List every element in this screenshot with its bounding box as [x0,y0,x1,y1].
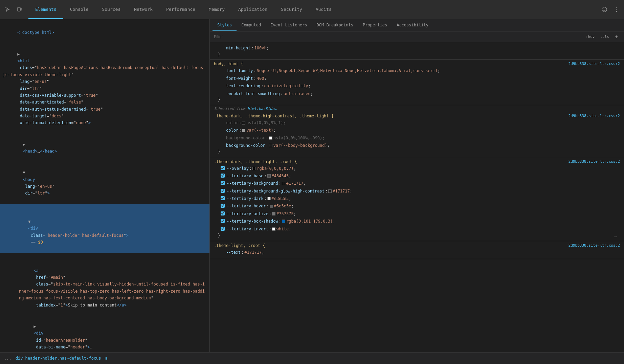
filter-input[interactable] [214,35,584,39]
color-swatch[interactable] [267,197,271,200]
css-props: font-family : Segoe UI,SegoeUI,Segoe WP,… [214,67,620,97]
css-prop-overlay: --overlay : rgba(0,0,0,0.7) ; [215,165,620,172]
css-prop-tertiary-background: --tertiary-background : #171717 ; [215,180,620,187]
tab-network[interactable]: Network [127,0,159,19]
devtools-toolbar: Elements Console Sources Network Perform… [0,0,624,19]
css-close-brace: } [214,97,620,102]
css-prop-tertiary-box-shadow: --tertiary-box-shadow : rgba(0,101,179,0… [215,218,620,225]
more-icon[interactable]: ⋮ [612,5,621,14]
css-close-brace: } [214,52,620,56]
css-prop-font-smoothing: -webkit-font-smoothing : antialiased ; [215,90,620,97]
tab-sources[interactable]: Sources [95,0,127,19]
tab-memory[interactable]: Memory [202,0,231,19]
tab-event-listeners[interactable]: Event Listeners [266,19,312,31]
body-tag[interactable]: ▼ <body lang="en-us" dir="ltr"> [0,162,209,204]
main-content: <!doctype html> ▶ <html class="hasSideba… [0,19,624,352]
css-props: --overlay : rgba(0,0,0,0.7) ; --tertiary… [214,165,620,233]
color-swatch[interactable] [270,205,273,208]
tab-elements[interactable]: Elements [28,0,63,19]
css-rule-minheight: min-height : 100vh ; } [210,42,624,60]
skip-link-tag[interactable]: <a href="#main" class="skip-to-main-link… [0,253,209,316]
css-prop-checkbox[interactable] [221,204,225,208]
tab-console[interactable]: Console [63,0,95,19]
head-tag[interactable]: ▶ <head>…</head> [0,134,209,162]
breadcrumb-item-a[interactable]: a [105,356,108,361]
css-prop-tertiary-base: --tertiary-base : #454545 ; [215,172,620,180]
css-source-link[interactable]: 2d9bb338.site-ltr.css:2 [569,62,620,66]
css-prop-checkbox[interactable] [221,219,225,223]
color-swatch[interactable] [242,129,245,132]
css-close-brace-row: } … [214,233,620,238]
css-prop-tertiary-invert: --tertiary-invert : white ; [215,225,620,233]
tab-styles[interactable]: Styles [213,19,237,31]
css-prop-color-strikethrough: color : hsla(0,0%,9%,1) ; [215,119,620,127]
css-prop-bg: background-color : var(--body-background… [215,142,620,149]
breadcrumb-bar: ... div.header-holder.has-default-focus … [0,352,624,364]
css-props: --text : #171717 ; [214,249,620,256]
css-rule-header: .theme-dark, .theme-high-contrast, .them… [214,114,620,118]
breadcrumb-item-div[interactable]: div.header-holder.has-default-focus [16,356,101,361]
header-holder-tag[interactable]: ● ▼ <div class="header-holder has-defaul… [0,204,209,253]
css-rules-content: min-height : 100vh ; } body, html { 2d9b… [210,42,624,352]
tab-security[interactable]: Security [274,0,309,19]
hov-button[interactable]: :hov [584,34,596,40]
tab-properties[interactable]: Properties [358,19,392,31]
device-icon[interactable] [15,5,24,14]
color-swatch[interactable] [272,227,275,231]
css-prop-checkbox[interactable] [221,174,225,178]
color-swatch[interactable] [269,136,272,140]
html-doctype: <!doctype html> [0,22,209,43]
css-prop-checkbox[interactable] [221,196,225,200]
color-swatch[interactable] [252,167,256,170]
filter-bar: :hov .cls + [210,31,624,42]
tab-audits[interactable]: Audits [309,0,338,19]
css-rule-header: .theme-light, :root { 2d9bb338.site-ltr.… [214,243,620,248]
elements-panel[interactable]: <!doctype html> ▶ <html class="hasSideba… [0,19,210,352]
color-swatch[interactable] [282,220,285,223]
css-rule-theme-light-root: .theme-light, :root { 2d9bb338.site-ltr.… [210,241,624,259]
html-tag[interactable]: ▶ <html class="hasSidebar hasPageActions… [0,43,209,134]
svg-point-3 [603,9,604,9]
tab-performance[interactable]: Performance [159,0,202,19]
css-prop-color: color : var(--text) ; [215,127,620,134]
css-rule-header: body, html { 2d9bb338.site-ltr.css:2 [214,62,620,66]
css-rule-header: .theme-dark, .theme-light, :root { 2d9bb… [214,159,620,164]
color-swatch[interactable] [242,121,245,124]
css-prop-checkbox[interactable] [221,189,225,193]
css-prop-checkbox[interactable] [221,181,225,185]
tab-dom-breakpoints[interactable]: DOM Breakpoints [312,19,358,31]
color-swatch[interactable] [269,144,272,147]
css-prop-tertiary-hover: --tertiary-hover : #5e5e5e ; [215,202,620,210]
css-rule-theme-vars: .theme-dark, .theme-light, :root { 2d9bb… [210,157,624,242]
emoji-icon[interactable] [600,5,609,14]
more-dots[interactable]: … [615,233,617,238]
css-source-link[interactable]: 2d9bb338.site-ltr.css:2 [569,243,620,248]
color-swatch[interactable] [328,189,332,193]
breadcrumb-more[interactable]: ... [4,356,12,361]
css-prop-text-rendering: text-rendering : optimizeLegibility ; [215,82,620,90]
css-prop-tertiary-dark: --tertiary-dark : #e3e3e3 ; [215,195,620,202]
css-prop-checkbox[interactable] [221,211,225,215]
color-swatch[interactable] [267,174,271,178]
css-selector: .theme-dark, .theme-high-contrast, .them… [214,114,334,118]
css-prop-checkbox[interactable] [221,166,225,170]
toolbar-icons [3,5,24,14]
tab-computed[interactable]: Computed [237,19,266,31]
cls-button[interactable]: .cls [599,34,611,40]
add-style-button[interactable]: + [613,33,620,40]
svg-point-4 [605,9,606,9]
css-prop-checkbox[interactable] [221,227,225,231]
css-prop-name: min-height [226,45,250,51]
css-props: color : hsla(0,0%,9%,1) ; color : [214,119,620,150]
header-area-holder-tag[interactable]: ▶ <div id="headerAreaHolder" data-bi-nam… [0,316,209,352]
inherited-label: Inherited from html.hasSide… [210,105,624,112]
css-prop-font-weight: font-weight : 400 ; [215,75,620,82]
css-source-link[interactable]: 2d9bb338.site-ltr.css:2 [569,114,620,118]
tab-application[interactable]: Application [231,0,274,19]
tab-accessibility[interactable]: Accessibility [392,19,433,31]
color-swatch[interactable] [272,212,275,215]
cursor-icon[interactable] [3,5,12,14]
css-prop-bg-strikethrough: background-color : hsla(0,0%,100%,.999) … [215,134,620,142]
css-source-link[interactable]: 2d9bb338.site-ltr.css:2 [569,159,620,164]
color-swatch[interactable] [282,182,285,185]
